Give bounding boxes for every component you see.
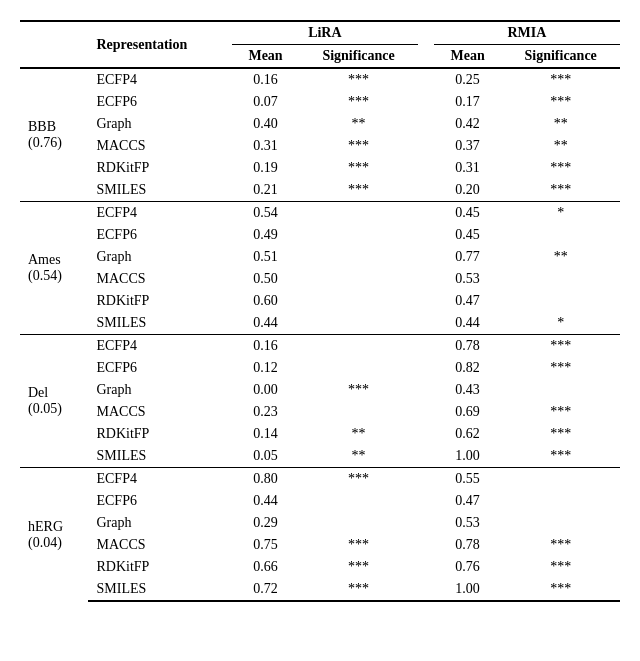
lira-sig-cell: [299, 202, 418, 225]
lira-mean-cell: 0.40: [232, 113, 299, 135]
header-rmia-sig: Significance: [501, 45, 620, 69]
rmia-mean-cell: 0.53: [434, 268, 501, 290]
rmia-mean-cell: 0.25: [434, 68, 501, 91]
rmia-mean-cell: 0.43: [434, 379, 501, 401]
lira-sig-cell: [299, 224, 418, 246]
rmia-sig-cell: ***: [501, 179, 620, 202]
rmia-sig-cell: **: [501, 246, 620, 268]
representation-cell: SMILES: [88, 445, 231, 468]
rmia-sig-cell: ***: [501, 68, 620, 91]
rmia-sig-cell: [501, 290, 620, 312]
rmia-sig-cell: **: [501, 113, 620, 135]
lira-sig-cell: **: [299, 113, 418, 135]
rmia-mean-cell: 0.62: [434, 423, 501, 445]
representation-cell: ECFP4: [88, 468, 231, 491]
rmia-mean-cell: 0.42: [434, 113, 501, 135]
lira-sig-cell: [299, 335, 418, 358]
lira-mean-cell: 0.80: [232, 468, 299, 491]
lira-sig-cell: ***: [299, 68, 418, 91]
dataset-cell: Ames(0.54): [20, 202, 88, 335]
lira-mean-cell: 0.29: [232, 512, 299, 534]
lira-sig-cell: ***: [299, 91, 418, 113]
rmia-mean-cell: 0.55: [434, 468, 501, 491]
representation-cell: MACCS: [88, 268, 231, 290]
dataset-cell: hERG(0.04): [20, 468, 88, 602]
lira-mean-cell: 0.12: [232, 357, 299, 379]
lira-sig-cell: [299, 490, 418, 512]
rmia-sig-cell: ***: [501, 578, 620, 601]
rmia-sig-cell: [501, 512, 620, 534]
lira-sig-cell: ***: [299, 157, 418, 179]
lira-mean-cell: 0.05: [232, 445, 299, 468]
representation-cell: RDKitFP: [88, 157, 231, 179]
lira-mean-cell: 0.00: [232, 379, 299, 401]
lira-mean-cell: 0.49: [232, 224, 299, 246]
rmia-mean-cell: 0.77: [434, 246, 501, 268]
header-lira-group: LiRA: [232, 21, 418, 45]
main-content: Representation LiRA RMIA Mean Significan…: [20, 20, 620, 602]
representation-cell: RDKitFP: [88, 423, 231, 445]
rmia-sig-cell: ***: [501, 91, 620, 113]
header-rmia-mean: Mean: [434, 45, 501, 69]
rmia-sig-cell: [501, 268, 620, 290]
header-dataset: [20, 21, 88, 68]
rmia-mean-cell: 0.76: [434, 556, 501, 578]
lira-mean-cell: 0.21: [232, 179, 299, 202]
representation-cell: ECFP6: [88, 357, 231, 379]
representation-cell: SMILES: [88, 312, 231, 335]
lira-mean-cell: 0.16: [232, 68, 299, 91]
lira-sig-cell: ***: [299, 468, 418, 491]
header-rmia-group: RMIA: [434, 21, 620, 45]
rmia-sig-cell: ***: [501, 357, 620, 379]
representation-cell: Graph: [88, 512, 231, 534]
rmia-mean-cell: 0.47: [434, 490, 501, 512]
rmia-sig-cell: [501, 468, 620, 491]
results-table: Representation LiRA RMIA Mean Significan…: [20, 20, 620, 602]
lira-mean-cell: 0.54: [232, 202, 299, 225]
rmia-mean-cell: 0.20: [434, 179, 501, 202]
rmia-mean-cell: 0.53: [434, 512, 501, 534]
dataset-cell: BBB(0.76): [20, 68, 88, 202]
lira-sig-cell: ***: [299, 556, 418, 578]
rmia-sig-cell: ***: [501, 556, 620, 578]
rmia-sig-cell: [501, 490, 620, 512]
header-empty: [418, 21, 434, 68]
lira-sig-cell: [299, 246, 418, 268]
rmia-sig-cell: **: [501, 135, 620, 157]
representation-cell: Graph: [88, 246, 231, 268]
rmia-sig-cell: ***: [501, 423, 620, 445]
rmia-sig-cell: [501, 379, 620, 401]
lira-sig-cell: **: [299, 423, 418, 445]
rmia-mean-cell: 0.78: [434, 534, 501, 556]
lira-mean-cell: 0.44: [232, 312, 299, 335]
header-lira-sig: Significance: [299, 45, 418, 69]
lira-mean-cell: 0.60: [232, 290, 299, 312]
header-lira-mean: Mean: [232, 45, 299, 69]
dataset-cell: Del(0.05): [20, 335, 88, 468]
representation-cell: ECFP6: [88, 490, 231, 512]
lira-sig-cell: ***: [299, 534, 418, 556]
lira-mean-cell: 0.51: [232, 246, 299, 268]
rmia-sig-cell: ***: [501, 534, 620, 556]
representation-cell: MACCS: [88, 534, 231, 556]
lira-sig-cell: [299, 357, 418, 379]
lira-mean-cell: 0.66: [232, 556, 299, 578]
representation-cell: ECFP6: [88, 91, 231, 113]
rmia-sig-cell: *: [501, 312, 620, 335]
lira-mean-cell: 0.31: [232, 135, 299, 157]
representation-cell: MACCS: [88, 135, 231, 157]
rmia-mean-cell: 0.78: [434, 335, 501, 358]
representation-cell: ECFP4: [88, 202, 231, 225]
lira-sig-cell: [299, 268, 418, 290]
rmia-sig-cell: ***: [501, 157, 620, 179]
lira-mean-cell: 0.16: [232, 335, 299, 358]
rmia-mean-cell: 0.45: [434, 224, 501, 246]
lira-sig-cell: ***: [299, 135, 418, 157]
lira-sig-cell: [299, 401, 418, 423]
lira-sig-cell: ***: [299, 179, 418, 202]
lira-sig-cell: [299, 512, 418, 534]
rmia-mean-cell: 1.00: [434, 578, 501, 601]
header-representation: Representation: [88, 21, 231, 68]
rmia-mean-cell: 0.17: [434, 91, 501, 113]
lira-mean-cell: 0.44: [232, 490, 299, 512]
